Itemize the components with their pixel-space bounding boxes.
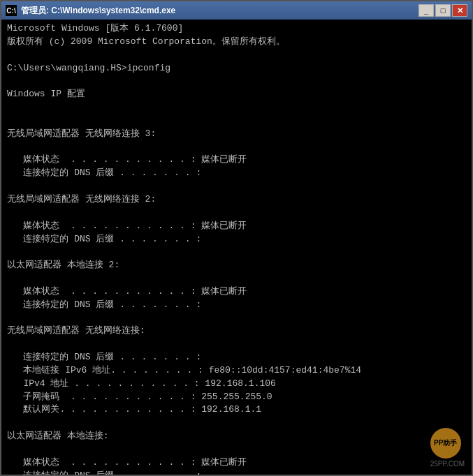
minimize-button[interactable]: _	[419, 4, 434, 17]
watermark-logo: PP助手	[430, 428, 461, 459]
watermark-text: 25PP.COM	[430, 460, 465, 468]
console-output: Microsoft Windows [版本 6.1.7600] 版权所有 (c)…	[7, 22, 466, 475]
title-bar: C:\ 管理员: C:\Windows\system32\cmd.exe _ □…	[1, 1, 472, 20]
title-bar-left: C:\ 管理员: C:\Windows\system32\cmd.exe	[6, 5, 175, 17]
cmd-window: C:\ 管理员: C:\Windows\system32\cmd.exe _ □…	[0, 0, 473, 476]
console-body[interactable]: Microsoft Windows [版本 6.1.7600] 版权所有 (c)…	[1, 20, 472, 475]
cmd-icon: C:\	[6, 5, 17, 16]
window-title: 管理员: C:\Windows\system32\cmd.exe	[21, 5, 175, 17]
close-button[interactable]: ✕	[452, 4, 467, 17]
maximize-button[interactable]: □	[435, 4, 451, 17]
watermark: PP助手 25PP.COM	[430, 428, 465, 468]
title-bar-controls: _ □ ✕	[419, 4, 467, 17]
